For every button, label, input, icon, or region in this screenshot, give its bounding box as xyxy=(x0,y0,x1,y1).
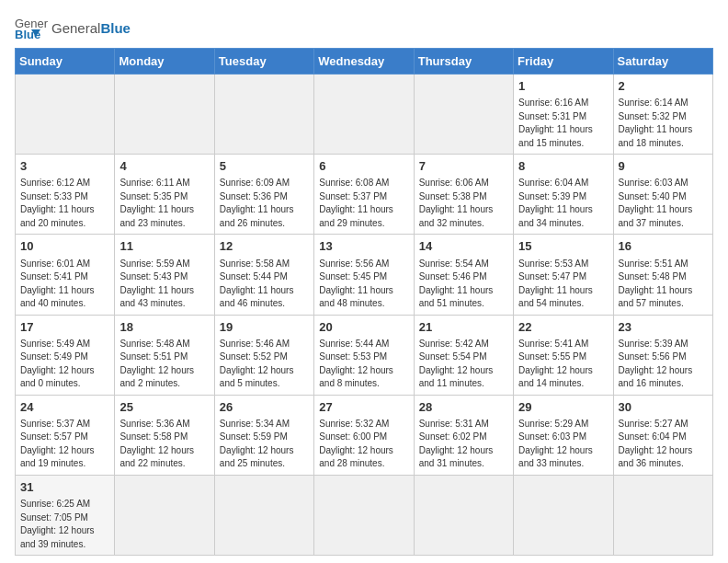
calendar-body: 1Sunrise: 6:16 AM Sunset: 5:31 PM Daylig… xyxy=(16,75,713,556)
day-info: Sunrise: 5:51 AM Sunset: 5:48 PM Dayligh… xyxy=(619,258,708,311)
day-number: 24 xyxy=(20,399,109,416)
day-info: Sunrise: 5:42 AM Sunset: 5:54 PM Dayligh… xyxy=(419,338,508,391)
calendar-week-row: 10Sunrise: 6:01 AM Sunset: 5:41 PM Dayli… xyxy=(16,235,713,315)
calendar-day-cell: 20Sunrise: 5:44 AM Sunset: 5:53 PM Dayli… xyxy=(314,315,414,395)
weekday-header-cell: Tuesday xyxy=(214,49,313,75)
day-info: Sunrise: 5:27 AM Sunset: 6:04 PM Dayligh… xyxy=(619,418,708,471)
logo: General Blue GeneralBlue xyxy=(15,15,131,40)
calendar-day-cell: 18Sunrise: 5:48 AM Sunset: 5:51 PM Dayli… xyxy=(115,315,214,395)
calendar-day-cell: 28Sunrise: 5:31 AM Sunset: 6:02 PM Dayli… xyxy=(414,395,513,475)
calendar-day-cell xyxy=(414,475,513,555)
calendar-day-cell xyxy=(314,75,414,155)
calendar-day-cell: 8Sunrise: 6:04 AM Sunset: 5:39 PM Daylig… xyxy=(514,155,613,235)
day-number: 3 xyxy=(20,158,109,175)
day-info: Sunrise: 5:31 AM Sunset: 6:02 PM Dayligh… xyxy=(419,418,508,471)
day-info: Sunrise: 5:44 AM Sunset: 5:53 PM Dayligh… xyxy=(319,338,408,391)
calendar-day-cell: 26Sunrise: 5:34 AM Sunset: 5:59 PM Dayli… xyxy=(214,395,313,475)
day-info: Sunrise: 5:37 AM Sunset: 5:57 PM Dayligh… xyxy=(20,418,109,471)
day-number: 1 xyxy=(518,78,608,95)
calendar-day-cell xyxy=(314,475,414,555)
day-number: 31 xyxy=(20,479,109,496)
calendar-day-cell xyxy=(414,75,513,155)
day-number: 26 xyxy=(220,399,309,416)
day-info: Sunrise: 5:56 AM Sunset: 5:45 PM Dayligh… xyxy=(319,258,408,311)
day-number: 29 xyxy=(518,399,608,416)
generalblue-logo-icon: General Blue xyxy=(15,15,48,40)
calendar-day-cell: 13Sunrise: 5:56 AM Sunset: 5:45 PM Dayli… xyxy=(314,235,414,315)
day-info: Sunrise: 5:41 AM Sunset: 5:55 PM Dayligh… xyxy=(518,338,608,391)
day-info: Sunrise: 5:46 AM Sunset: 5:52 PM Dayligh… xyxy=(220,338,309,391)
day-info: Sunrise: 5:29 AM Sunset: 6:03 PM Dayligh… xyxy=(518,418,608,471)
day-number: 30 xyxy=(619,399,708,416)
day-number: 15 xyxy=(518,238,608,255)
day-number: 17 xyxy=(20,319,109,336)
day-info: Sunrise: 6:01 AM Sunset: 5:41 PM Dayligh… xyxy=(20,258,109,311)
day-info: Sunrise: 5:34 AM Sunset: 5:59 PM Dayligh… xyxy=(220,418,309,471)
day-number: 18 xyxy=(119,319,209,336)
calendar-day-cell: 15Sunrise: 5:53 AM Sunset: 5:47 PM Dayli… xyxy=(514,235,613,315)
weekday-header-cell: Sunday xyxy=(16,49,115,75)
weekday-header-row: SundayMondayTuesdayWednesdayThursdayFrid… xyxy=(16,49,713,75)
calendar-day-cell xyxy=(115,75,214,155)
day-number: 19 xyxy=(220,319,309,336)
calendar-day-cell: 3Sunrise: 6:12 AM Sunset: 5:33 PM Daylig… xyxy=(16,155,115,235)
header: General Blue GeneralBlue xyxy=(15,15,713,40)
day-info: Sunrise: 6:04 AM Sunset: 5:39 PM Dayligh… xyxy=(518,177,608,230)
day-number: 25 xyxy=(119,399,209,416)
day-number: 14 xyxy=(419,238,508,255)
day-info: Sunrise: 6:14 AM Sunset: 5:32 PM Dayligh… xyxy=(619,97,708,150)
weekday-header-cell: Wednesday xyxy=(314,49,414,75)
calendar-day-cell: 2Sunrise: 6:14 AM Sunset: 5:32 PM Daylig… xyxy=(613,75,712,155)
day-info: Sunrise: 6:03 AM Sunset: 5:40 PM Dayligh… xyxy=(619,177,708,230)
calendar-day-cell: 10Sunrise: 6:01 AM Sunset: 5:41 PM Dayli… xyxy=(16,235,115,315)
weekday-header-cell: Saturday xyxy=(613,49,712,75)
day-number: 6 xyxy=(319,158,408,175)
day-info: Sunrise: 6:06 AM Sunset: 5:38 PM Dayligh… xyxy=(419,177,508,230)
calendar-day-cell xyxy=(16,75,115,155)
calendar-day-cell: 29Sunrise: 5:29 AM Sunset: 6:03 PM Dayli… xyxy=(514,395,613,475)
weekday-header-cell: Thursday xyxy=(414,49,513,75)
calendar-table: SundayMondayTuesdayWednesdayThursdayFrid… xyxy=(15,48,713,556)
calendar-day-cell: 30Sunrise: 5:27 AM Sunset: 6:04 PM Dayli… xyxy=(613,395,712,475)
day-info: Sunrise: 6:25 AM Sunset: 7:05 PM Dayligh… xyxy=(20,498,109,551)
day-info: Sunrise: 5:32 AM Sunset: 6:00 PM Dayligh… xyxy=(319,418,408,471)
day-number: 27 xyxy=(319,399,408,416)
calendar-day-cell xyxy=(613,475,712,555)
calendar-week-row: 3Sunrise: 6:12 AM Sunset: 5:33 PM Daylig… xyxy=(16,155,713,235)
day-info: Sunrise: 6:11 AM Sunset: 5:35 PM Dayligh… xyxy=(119,177,209,230)
day-number: 11 xyxy=(119,238,209,255)
calendar-week-row: 31Sunrise: 6:25 AM Sunset: 7:05 PM Dayli… xyxy=(16,475,713,555)
weekday-header-cell: Friday xyxy=(514,49,613,75)
day-info: Sunrise: 5:59 AM Sunset: 5:43 PM Dayligh… xyxy=(119,258,209,311)
calendar-day-cell: 22Sunrise: 5:41 AM Sunset: 5:55 PM Dayli… xyxy=(514,315,613,395)
day-info: Sunrise: 5:49 AM Sunset: 5:49 PM Dayligh… xyxy=(20,338,109,391)
calendar-day-cell: 25Sunrise: 5:36 AM Sunset: 5:58 PM Dayli… xyxy=(115,395,214,475)
calendar-day-cell: 5Sunrise: 6:09 AM Sunset: 5:36 PM Daylig… xyxy=(214,155,313,235)
day-info: Sunrise: 6:16 AM Sunset: 5:31 PM Dayligh… xyxy=(518,97,608,150)
day-number: 10 xyxy=(20,238,109,255)
calendar-day-cell: 11Sunrise: 5:59 AM Sunset: 5:43 PM Dayli… xyxy=(115,235,214,315)
calendar-day-cell xyxy=(214,75,313,155)
day-info: Sunrise: 6:12 AM Sunset: 5:33 PM Dayligh… xyxy=(20,177,109,230)
day-number: 23 xyxy=(619,319,708,336)
day-info: Sunrise: 5:48 AM Sunset: 5:51 PM Dayligh… xyxy=(119,338,209,391)
calendar-week-row: 1Sunrise: 6:16 AM Sunset: 5:31 PM Daylig… xyxy=(16,75,713,155)
day-number: 7 xyxy=(419,158,508,175)
calendar-week-row: 24Sunrise: 5:37 AM Sunset: 5:57 PM Dayli… xyxy=(16,395,713,475)
day-number: 28 xyxy=(419,399,508,416)
svg-text:Blue: Blue xyxy=(15,28,40,40)
calendar-day-cell: 19Sunrise: 5:46 AM Sunset: 5:52 PM Dayli… xyxy=(214,315,313,395)
day-number: 12 xyxy=(220,238,309,255)
calendar-day-cell: 27Sunrise: 5:32 AM Sunset: 6:00 PM Dayli… xyxy=(314,395,414,475)
day-info: Sunrise: 5:58 AM Sunset: 5:44 PM Dayligh… xyxy=(220,258,309,311)
calendar-day-cell: 7Sunrise: 6:06 AM Sunset: 5:38 PM Daylig… xyxy=(414,155,513,235)
calendar-day-cell xyxy=(214,475,313,555)
day-number: 8 xyxy=(518,158,608,175)
calendar-day-cell: 23Sunrise: 5:39 AM Sunset: 5:56 PM Dayli… xyxy=(613,315,712,395)
calendar-day-cell: 16Sunrise: 5:51 AM Sunset: 5:48 PM Dayli… xyxy=(613,235,712,315)
day-number: 16 xyxy=(619,238,708,255)
weekday-header-cell: Monday xyxy=(115,49,214,75)
day-number: 4 xyxy=(119,158,209,175)
day-number: 9 xyxy=(619,158,708,175)
day-info: Sunrise: 5:54 AM Sunset: 5:46 PM Dayligh… xyxy=(419,258,508,311)
